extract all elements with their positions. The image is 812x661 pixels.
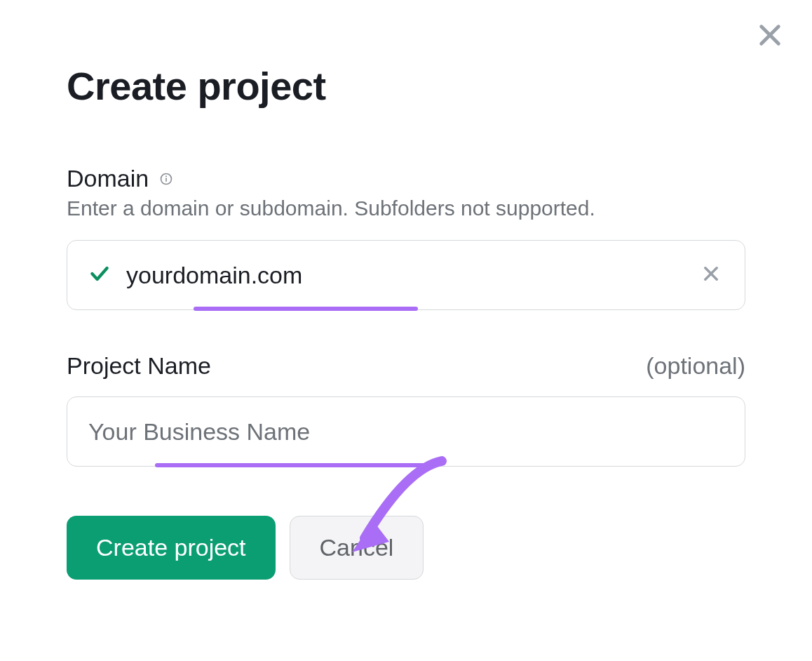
svg-point-4: [165, 175, 167, 177]
annotation-underline: [155, 463, 432, 467]
domain-input[interactable]: [126, 262, 701, 289]
optional-label: (optional): [646, 352, 745, 380]
create-project-button[interactable]: Create project: [67, 516, 276, 580]
clear-icon[interactable]: [701, 264, 724, 286]
annotation-underline: [194, 307, 418, 311]
close-icon: [755, 20, 785, 50]
domain-input-wrapper: [67, 240, 745, 310]
domain-field-group: Domain Enter a domain or subdomain. Subf…: [67, 165, 745, 310]
close-button[interactable]: [752, 18, 787, 53]
domain-label-text: Domain: [67, 165, 149, 192]
cancel-button[interactable]: Cancel: [290, 516, 424, 580]
project-name-label: Project Name: [67, 352, 211, 380]
project-name-input-wrapper: [67, 396, 745, 467]
domain-helper-text: Enter a domain or subdomain. Subfolders …: [67, 196, 745, 220]
project-name-label-text: Project Name: [67, 352, 211, 380]
checkmark-icon: [88, 262, 114, 288]
create-project-modal: Create project Domain Enter a domain or …: [0, 0, 812, 661]
button-row: Create project Cancel: [67, 516, 745, 580]
info-icon[interactable]: [158, 171, 174, 187]
project-name-field-group: Project Name (optional): [67, 352, 745, 467]
domain-label: Domain: [67, 165, 174, 192]
modal-title: Create project: [67, 63, 745, 109]
project-name-input[interactable]: [88, 418, 724, 446]
